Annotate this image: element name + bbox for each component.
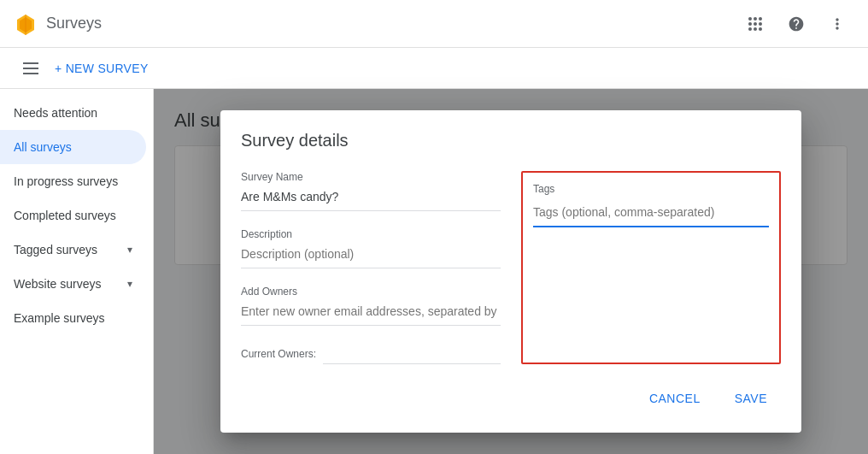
add-owners-input[interactable]: [241, 301, 501, 326]
sidebar-item-tagged[interactable]: Tagged surveys ▾: [0, 233, 146, 267]
top-header: Surveys: [0, 0, 868, 48]
survey-name-field-group: Survey Name Are M&Ms candy?: [241, 171, 501, 211]
grid-apps-icon: [748, 17, 762, 31]
survey-name-label: Survey Name: [241, 171, 501, 183]
main-layout: Needs attention All surveys In progress …: [0, 89, 868, 454]
current-owners-input[interactable]: [323, 343, 501, 364]
sidebar-item-label: Example surveys: [14, 311, 105, 325]
hamburger-menu-button[interactable]: [14, 51, 48, 85]
logo-area: Surveys: [14, 12, 102, 36]
sidebar: Needs attention All surveys In progress …: [0, 89, 154, 454]
more-vert-icon: [829, 15, 846, 32]
dialog-title: Survey details: [241, 131, 781, 150]
dialog-actions: CANCEL SAVE: [241, 385, 781, 412]
help-icon: [788, 15, 805, 32]
chevron-down-icon: ▾: [127, 244, 132, 256]
sub-header: + NEW SURVEY: [0, 48, 868, 89]
sidebar-item-website[interactable]: Website surveys ▾: [0, 267, 146, 301]
survey-name-value: Are M&Ms candy?: [241, 186, 501, 211]
description-label: Description: [241, 228, 501, 240]
sidebar-item-in-progress[interactable]: In progress surveys: [0, 164, 146, 198]
chevron-down-icon: ▾: [127, 278, 132, 290]
tags-label: Tags: [533, 183, 769, 195]
cancel-button[interactable]: CANCEL: [636, 385, 714, 412]
sidebar-item-label: Tagged surveys: [14, 243, 97, 256]
tags-container: Tags: [521, 171, 781, 364]
current-owners-label: Current Owners:: [241, 348, 316, 360]
sidebar-item-label: Website surveys: [14, 277, 101, 291]
header-right: [738, 7, 854, 41]
sidebar-item-all-surveys[interactable]: All surveys: [0, 130, 146, 164]
content-area: All surveys Survey details Survey Name A…: [154, 89, 868, 454]
dialog-body: Survey Name Are M&Ms candy? Description …: [241, 171, 781, 364]
help-button[interactable]: [779, 7, 813, 41]
grid-apps-button[interactable]: [738, 7, 772, 41]
tags-input[interactable]: [533, 202, 769, 227]
current-owners-row: Current Owners:: [241, 343, 501, 364]
description-input[interactable]: [241, 244, 501, 268]
sidebar-item-label: All surveys: [14, 140, 72, 154]
dialog-left-column: Survey Name Are M&Ms candy? Description …: [241, 171, 501, 364]
description-field-group: Description: [241, 228, 501, 268]
sidebar-item-label: Completed surveys: [14, 209, 116, 222]
sidebar-item-label: Needs attention: [14, 106, 97, 120]
save-button[interactable]: SAVE: [721, 385, 781, 412]
dialog-overlay: Survey details Survey Name Are M&Ms cand…: [154, 89, 868, 454]
add-owners-field-group: Add Owners: [241, 286, 501, 326]
logo-icon: [14, 12, 38, 36]
sidebar-item-label: In progress surveys: [14, 174, 118, 188]
app-title: Surveys: [46, 15, 102, 32]
add-owners-label: Add Owners: [241, 286, 501, 298]
hamburger-icon: [23, 62, 38, 74]
new-survey-button[interactable]: + NEW SURVEY: [55, 62, 149, 75]
sidebar-item-needs-attention[interactable]: Needs attention: [0, 96, 146, 130]
sidebar-item-example[interactable]: Example surveys: [0, 301, 146, 335]
survey-details-dialog: Survey details Survey Name Are M&Ms cand…: [220, 110, 801, 433]
more-options-button[interactable]: [820, 7, 854, 41]
dialog-right-column: Tags: [521, 171, 781, 364]
sidebar-item-completed[interactable]: Completed surveys: [0, 198, 146, 233]
